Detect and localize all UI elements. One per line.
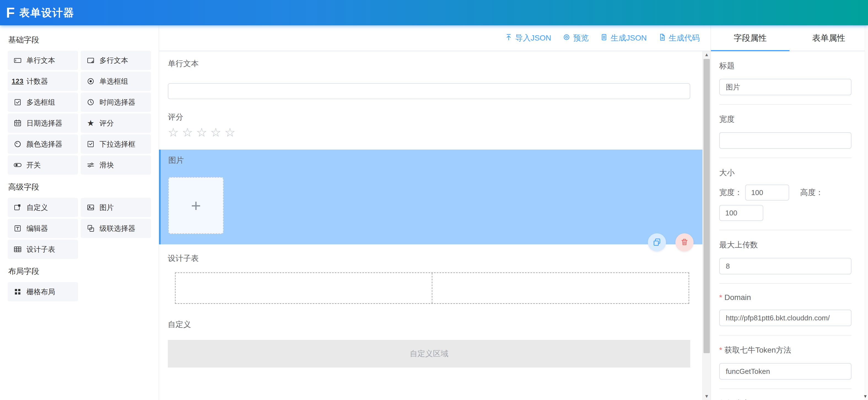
toolbar-upload-button[interactable]: 导入JSON [505,33,551,43]
sidebar-item-radio[interactable]: 单选框组 [81,72,151,91]
star-icon[interactable]: ☆ [210,126,224,139]
star-icon[interactable]: ☆ [224,126,239,139]
properties-body: 标题 宽度 大小 宽度： 高度： 最大上传数 [711,51,868,400]
sidebar-item-label: 级联选择器 [99,224,135,233]
sidebar-item-date[interactable]: 日期选择器 [8,114,78,133]
generate-json-icon [600,33,608,43]
sidebar-item-editor[interactable]: 编辑器 [8,219,78,238]
width-field[interactable] [719,132,851,149]
prop-label-text: Domain [724,293,751,302]
sidebar-item-switch[interactable]: 开关 [8,155,78,175]
canvas-field-rate[interactable]: 评分 ☆☆☆☆☆ [168,113,690,139]
field-label: 设计子表 [168,254,690,263]
canvas-field-image-selected[interactable]: 图片 + [159,150,711,244]
subtable-dropzone[interactable] [175,273,689,304]
sidebar-item-image[interactable]: 图片 [81,198,151,217]
sidebar-item-label: 单选框组 [99,76,128,86]
checkbox-icon [13,98,22,106]
domain-field[interactable] [719,310,851,326]
scrollbar-thumb[interactable] [704,59,710,353]
prop-group-max-upload: 最大上传数 [719,230,851,284]
sidebar-item-checkbox[interactable]: 多选框组 [8,93,78,112]
sidebar-item-textarea[interactable]: 多行文本 [81,51,151,70]
star-icon[interactable]: ☆ [196,126,210,139]
sidebar: 基础字段单行文本多行文本123计数器单选框组多选框组时间选择器日期选择器★评分颜… [0,25,159,400]
custom-area: 自定义区域 [168,340,690,368]
sidebar-item-cascader[interactable]: 级联选择器 [81,219,151,238]
toolbar-generate-code-button[interactable]: 生成代码 [658,33,700,43]
sidebar-item-label: 下拉选择框 [99,140,135,149]
sidebar-item-label: 栅格布局 [27,287,55,297]
scroll-up-arrow[interactable]: ▲ [703,51,711,58]
sidebar-item-slider[interactable]: 滑块 [81,155,151,175]
app-header: F 表单设计器 [0,0,868,25]
main-layout: 基础字段单行文本多行文本123计数器单选框组多选框组时间选择器日期选择器★评分颜… [0,25,868,400]
sidebar-item-label: 多行文本 [99,56,128,65]
app-logo: F [6,5,15,20]
editor-icon [13,224,22,233]
canvas-field-custom[interactable]: 自定义 自定义区域 [168,320,690,368]
title-field[interactable] [719,79,851,95]
sidebar-item-label: 计数器 [27,76,48,86]
toolbar-preview-button[interactable]: 预览 [563,33,589,43]
sidebar-group: 高级字段自定义图片编辑器级联选择器设计子表 [8,182,151,259]
sidebar-item-select[interactable]: 下拉选择框 [81,134,151,154]
prop-group-domain: * Domain [719,284,851,336]
copy-icon [652,238,661,247]
size-height-field[interactable] [719,205,763,221]
sidebar-item-label: 评分 [99,119,114,128]
single-line-text-input[interactable] [168,83,690,99]
toolbar-button-label: 预览 [573,33,589,43]
panel-scrollbar-track[interactable] [865,25,868,400]
toolbar-button-label: 生成代码 [669,33,700,43]
copy-field-button[interactable] [648,233,666,251]
canvas-field-input[interactable]: 单行文本 [168,59,690,99]
tab-field-properties[interactable]: 字段属性 [711,25,789,51]
scroll-down-arrow[interactable]: ▼ [703,393,711,400]
size-width-label: 宽度： [719,187,742,198]
toolbar-button-label: 导入JSON [515,33,551,43]
required-asterisk: * [719,293,722,302]
sidebar-item-custom[interactable]: 自定义 [8,198,78,217]
canvas-scrollbar[interactable]: ▲ ▼ [703,51,711,400]
sidebar-item-label: 滑块 [99,160,114,170]
star-icon[interactable]: ☆ [182,126,196,139]
sidebar-group: 布局字段栅格布局 [8,266,151,301]
sidebar-item-counter[interactable]: 123计数器 [8,72,78,91]
delete-field-button[interactable] [675,233,693,251]
time-icon [86,98,95,106]
star-icon[interactable]: ☆ [168,126,182,139]
image-icon [86,203,95,212]
tab-form-properties[interactable]: 表单属性 [789,25,868,51]
select-icon [86,140,95,148]
toolbar-generate-json-button[interactable]: 生成JSON [600,33,647,43]
sidebar-group: 基础字段单行文本多行文本123计数器单选框组多选框组时间选择器日期选择器★评分颜… [8,35,151,175]
color-icon [13,140,22,148]
image-upload-dropzone[interactable]: + [168,177,223,234]
qiniu-token-field[interactable] [719,363,851,380]
size-width-field[interactable] [745,185,789,201]
field-label: 单行文本 [168,59,690,68]
field-label: 自定义 [168,320,690,329]
subtable-cell-1[interactable] [176,273,432,303]
canvas-field-subtable[interactable]: 设计子表 [168,254,690,304]
subtable-cell-2[interactable] [432,273,689,303]
sidebar-item-color[interactable]: 颜色选择器 [8,134,78,154]
sidebar-group-grid: 栅格布局 [8,282,151,301]
date-icon [13,119,22,127]
sidebar-item-grid[interactable]: 栅格布局 [8,282,78,301]
sidebar-item-subtable[interactable]: 设计子表 [8,240,78,259]
sidebar-item-time[interactable]: 时间选择器 [81,93,151,112]
switch-icon [13,161,22,169]
size-height-label: 高度： [800,187,824,198]
form-canvas: 导入JSON预览生成JSON生成代码 单行文本 评分 ☆☆☆☆☆ 图片 + [159,25,711,400]
app-title: 表单设计器 [19,6,74,20]
toolbar-button-label: 生成JSON [611,33,647,43]
prop-group-title: 标题 [719,51,851,105]
sidebar-item-rate[interactable]: ★评分 [81,114,151,133]
sidebar-item-input[interactable]: 单行文本 [8,51,78,70]
textarea-icon [86,56,95,64]
panel-scroll-down-arrow[interactable]: ▼ [863,394,867,399]
max-upload-field[interactable] [719,258,851,274]
plus-icon: + [191,197,201,214]
